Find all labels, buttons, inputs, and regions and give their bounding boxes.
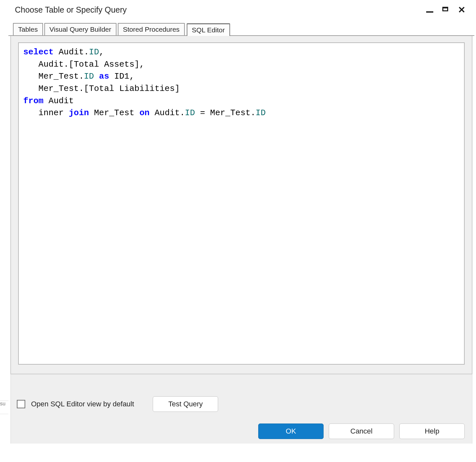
sql-editor-textarea[interactable]: select Audit.ID, Audit.[Total Assets], M…	[18, 42, 465, 365]
tab-label: Tables	[18, 26, 38, 33]
window-controls: ✕	[426, 6, 468, 15]
button-label: Cancel	[350, 427, 372, 435]
dialog-window: Choose Table or Specify Query ✕ Tables V…	[8, 0, 474, 456]
options-row: Open SQL Editor view by default Test Que…	[17, 396, 466, 412]
tab-visual-query-builder[interactable]: Visual Query Builder	[44, 23, 116, 35]
tab-sql-editor[interactable]: SQL Editor	[187, 24, 230, 36]
ok-button[interactable]: OK	[258, 424, 324, 439]
tab-tables[interactable]: Tables	[13, 23, 43, 35]
window-title: Choose Table or Specify Query	[15, 5, 127, 15]
minimize-icon[interactable]	[426, 6, 433, 14]
test-query-button[interactable]: Test Query	[153, 396, 218, 412]
button-label: Test Query	[168, 400, 203, 408]
dialog-footer: Open SQL Editor view by default Test Que…	[10, 374, 472, 444]
open-by-default-checkbox[interactable]	[17, 400, 25, 408]
button-row: OK Cancel Help	[17, 424, 466, 439]
button-label: OK	[286, 427, 296, 435]
maximize-icon[interactable]	[442, 7, 449, 13]
cancel-button[interactable]: Cancel	[329, 424, 394, 439]
tab-body: select Audit.ID, Audit.[Total Assets], M…	[10, 36, 472, 374]
open-by-default-label: Open SQL Editor view by default	[31, 400, 134, 408]
tab-strip: Tables Visual Query Builder Stored Proce…	[8, 21, 474, 36]
background-sliver: su	[0, 401, 8, 414]
help-button[interactable]: Help	[399, 424, 465, 439]
title-bar: Choose Table or Specify Query ✕	[8, 0, 474, 21]
tab-label: Stored Procedures	[123, 26, 180, 33]
tab-label: Visual Query Builder	[50, 26, 111, 33]
button-label: Help	[425, 427, 439, 435]
close-icon[interactable]: ✕	[458, 6, 465, 15]
tab-label: SQL Editor	[192, 26, 225, 34]
tab-stored-procedures[interactable]: Stored Procedures	[118, 23, 185, 35]
